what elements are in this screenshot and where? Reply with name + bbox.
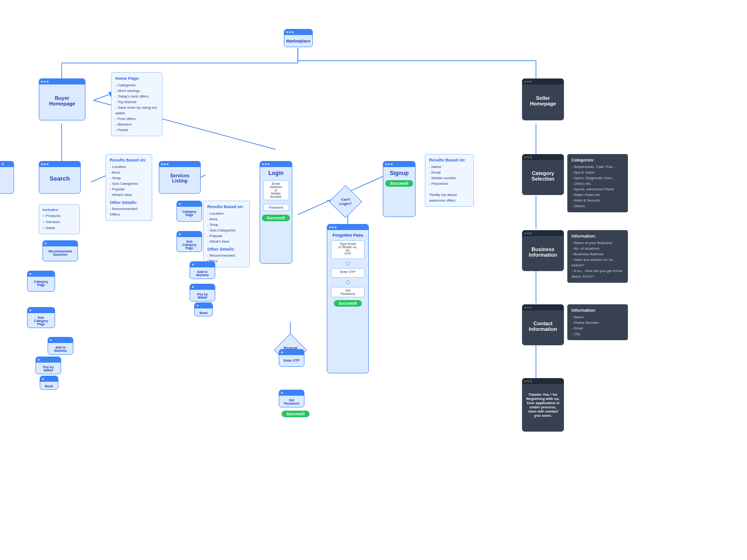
slw-browser-bar [190, 262, 215, 267]
sl-category-page-label: CategoryPage [177, 207, 202, 220]
sl-sub-category-label: SubCategoryPage [177, 237, 202, 252]
resend-enter-otp-node: Enter OTP [279, 349, 304, 367]
slcp-browser-bar [177, 201, 202, 207]
dot1 [38, 359, 40, 361]
contact-info-label: Contact Information [522, 310, 564, 342]
buyer-wallet-label: Pay byWallet [36, 363, 61, 374]
sl-book-node: Book [194, 302, 213, 316]
sl-sub-category-node: SubCategoryPage [176, 231, 202, 252]
buyer-category-page-node: CategoryPage [27, 271, 55, 292]
dot2 [527, 81, 529, 83]
resend-enter-otp-label: Enter OTP [279, 355, 304, 365]
login-password-field: Password [263, 204, 289, 211]
seller-homepage-label: SellerHomepage [522, 84, 564, 117]
slb-browser-bar [195, 303, 212, 308]
buyer-homepage-label: BuyerHomepage [39, 84, 85, 117]
dot1 [281, 392, 283, 394]
contact-info-items: - Name - Phone Number - Email - City [571, 315, 624, 337]
cs-browser-bar [522, 154, 564, 160]
dot1 [42, 378, 44, 380]
buyer-browser-bar [39, 79, 85, 84]
dot1 [29, 273, 31, 275]
dot2 [332, 226, 334, 228]
search-node: Search [39, 161, 81, 194]
business-info-box: Information: - Name of your Business - N… [567, 230, 628, 283]
marketplace-label: Marketplace [284, 35, 312, 47]
search-other-items: - Recommended Offers [110, 206, 148, 217]
dot1 [524, 232, 526, 234]
svg-line-6 [93, 93, 112, 100]
dot3 [530, 232, 532, 234]
dot2 [289, 31, 291, 33]
contact-info-box: Information: - Name - Phone Number - Ema… [567, 304, 628, 340]
dot3 [530, 156, 532, 158]
business-info-label: Business Information [522, 236, 564, 268]
bi-browser-bar [522, 231, 564, 236]
signup-node: Signup Succeed! [383, 161, 416, 217]
dot2 [527, 307, 529, 308]
signup-title: Signup [390, 170, 409, 176]
sl-wallet-label: Pay byWallet [190, 290, 215, 301]
search-other-title: Other Details: [110, 200, 148, 206]
dot1 [262, 163, 264, 165]
sh-browser-bar [522, 79, 564, 84]
thankyou-node: Thanks You ! for Registring with us, You… [522, 378, 564, 432]
dot1 [524, 307, 526, 308]
sl-results-title: Results Based on: [207, 204, 246, 210]
login-browser-bar [260, 161, 292, 167]
services-listing-node: Services Listing [159, 161, 201, 194]
slsc-browser-bar [177, 231, 202, 237]
sl-results-info-box: Results Based on: - Location- Area- Shop… [203, 201, 250, 267]
bb-browser-bar [40, 376, 58, 382]
cant-login-label: Can'tLogin? [331, 188, 359, 216]
slpw-browser-bar [190, 284, 215, 290]
buyer-book-label: Book [40, 382, 58, 390]
fp-set-password-field: SetPassword [331, 287, 365, 297]
dot3 [292, 31, 294, 33]
buyer-homepage-node: BuyerHomepage [39, 78, 85, 120]
search-includes-box: Includes: ○ Products○ Services○ Seller [39, 204, 80, 234]
dot1 [41, 81, 43, 83]
dot1 [281, 351, 283, 353]
dot1 [524, 81, 526, 83]
dot3 [167, 163, 169, 165]
flowchart-canvas: Marketplace BuyerHomepage Home Page: - C… [0, 0, 747, 560]
dot2 [527, 232, 529, 234]
bpw-browser-bar [36, 357, 61, 363]
signup-browser-bar [383, 161, 415, 167]
search-label: Search [39, 167, 80, 189]
contact-info-node: Contact Information [522, 304, 564, 345]
dot1 [2, 163, 4, 165]
sl-wishlist-node: Add toWishlist [190, 261, 215, 279]
home-page-info-box: Home Page: - Categories - More savings -… [111, 72, 162, 136]
ty-browser-bar [522, 378, 564, 384]
fp-title: Forgotten Pass [332, 233, 363, 238]
category-selection-label: Category Selection [522, 160, 564, 192]
left-partial-node [0, 161, 14, 194]
dot1 [197, 305, 198, 307]
fp-circle1 [346, 262, 350, 266]
thankyou-label: Thanks You ! for Registring with us, You… [522, 384, 564, 426]
resend-success-node: Succeed! [282, 409, 310, 417]
buyer-wishlist-node: Add toWishlist [48, 337, 73, 355]
signup-results-info-box: Results Based on: - Name- Email- Mobile … [425, 154, 474, 207]
dot1 [286, 31, 288, 33]
seller-categories-title: Categories: [571, 157, 624, 163]
includes-title: Includes: [42, 207, 76, 212]
sl-book-label: Book [195, 308, 212, 316]
sl-browser-bar [159, 161, 200, 167]
dot2 [527, 156, 529, 158]
forgotten-pass-node: Forgotten Pass Type Emailor Mobile no.fo… [327, 224, 369, 373]
sl-category-page-node: CategoryPage [176, 201, 202, 222]
signup-results-title: Results Based on: [429, 157, 470, 163]
login-email-field: EmailAddressorMobileNumber [263, 180, 289, 200]
services-listing-label: Services Listing [159, 167, 200, 189]
signup-results-items: - Name- Email- Mobile number- Password*N… [429, 164, 470, 203]
sl-wishlist-label: Add toWishlist [190, 267, 215, 279]
dot3 [335, 226, 337, 228]
business-info-items: - Name of your Business - No. of locatio… [571, 240, 624, 280]
cant-login-node: Can'tLogin? [331, 188, 359, 216]
login-success-badge: Succeed! [262, 215, 290, 221]
signup-success-badge: Succeed! [385, 180, 413, 187]
dot3 [268, 163, 269, 165]
